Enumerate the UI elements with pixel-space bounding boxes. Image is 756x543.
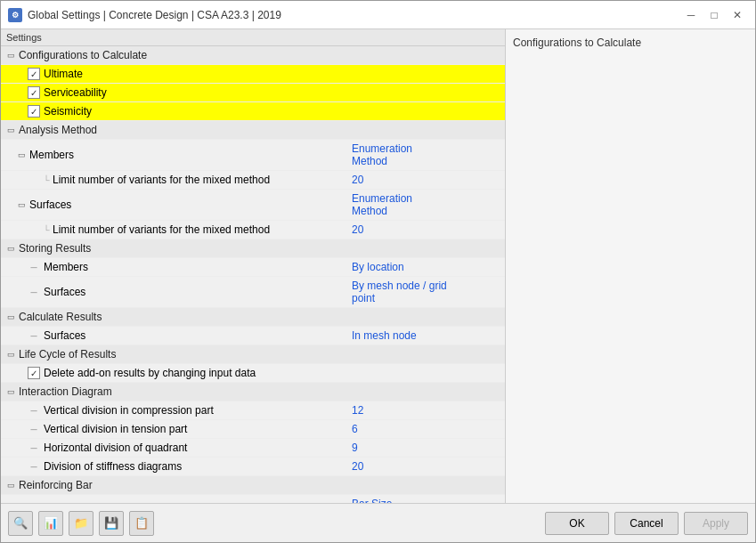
row-ultimate: Ultimate xyxy=(1,65,505,84)
calculate-results-label: Calculate Results xyxy=(19,311,102,323)
row-surfaces-limit: └ Limit number of variants for the mixed… xyxy=(1,221,505,239)
bar-size-value[interactable]: Bar Size Designation xyxy=(348,495,451,503)
horiz-quad-label: Horizontal division of quadrant xyxy=(44,442,187,454)
surfaces-limit-label: Limit number of variants for the mixed m… xyxy=(53,223,270,236)
right-panel: Configurations to Calculate xyxy=(506,29,755,503)
expand-calculate-icon[interactable]: ▭ xyxy=(4,311,17,323)
connector-members-limit: └ xyxy=(40,174,53,186)
maximize-button[interactable]: □ xyxy=(703,6,725,24)
row-members-limit: └ Limit number of variants for the mixed… xyxy=(1,171,505,190)
group-reinforcing-bar: ▭ Reinforcing Bar xyxy=(1,476,505,495)
dash-horiz-quad: ─ xyxy=(28,442,40,454)
search-bottom-btn[interactable]: 🔍 xyxy=(8,511,33,536)
group-calculate-results: ▭ Calculate Results xyxy=(1,308,505,327)
apply-button[interactable]: Apply xyxy=(684,512,748,535)
dash-cr-surfaces: ─ xyxy=(28,329,40,342)
delete-addon-label: Delete add-on results by changing input … xyxy=(44,367,256,379)
dash-vert-tens: ─ xyxy=(28,423,40,435)
life-cycle-label: Life Cycle of Results xyxy=(19,348,116,361)
app-icon: ⚙ xyxy=(8,8,22,22)
checkbox-delete-addon[interactable] xyxy=(28,367,40,379)
checkbox-serviceability[interactable] xyxy=(28,86,40,99)
expand-interaction-icon[interactable]: ▭ xyxy=(4,385,17,398)
label-ultimate: Ultimate xyxy=(44,68,83,80)
window-title: Global Settings | Concrete Design | CSA … xyxy=(28,9,281,21)
row-sr-surfaces: ─ Surfaces By mesh node / grid point xyxy=(1,277,505,308)
vert-tens-label: Vertical division in tension part xyxy=(44,423,187,435)
label-serviceability: Serviceability xyxy=(44,86,107,99)
save-bottom-btn[interactable]: 💾 xyxy=(99,511,124,536)
row-cr-surfaces: ─ Surfaces In mesh node xyxy=(1,327,505,345)
vert-tens-value[interactable]: 6 xyxy=(348,420,451,438)
configurations-label: Configurations to Calculate xyxy=(19,49,147,61)
sr-surfaces-value[interactable]: By mesh node / grid point xyxy=(348,277,451,307)
ok-button[interactable]: OK xyxy=(545,512,609,535)
copy-bottom-btn[interactable]: 📋 xyxy=(129,511,154,536)
row-stiffness: ─ Division of stiffness diagrams 20 xyxy=(1,458,505,476)
label-seismicity: Seismicity xyxy=(44,105,92,118)
title-bar-controls: ─ □ ✕ xyxy=(680,6,748,24)
group-storing-results: ▭ Storing Results xyxy=(1,239,505,258)
row-horiz-quad: ─ Horizontal division of quadrant 9 xyxy=(1,439,505,458)
checkbox-ultimate[interactable] xyxy=(28,68,40,80)
surfaces-enum-method: Enumeration Method xyxy=(348,190,451,220)
group-life-cycle: ▭ Life Cycle of Results xyxy=(1,345,505,364)
surfaces-group-label: Surfaces xyxy=(29,199,71,211)
connector-surfaces-limit: └ xyxy=(40,223,53,236)
dash-vert-comp: ─ xyxy=(28,404,40,417)
group-interaction-diagram: ▭ Interaction Diagram xyxy=(1,383,505,401)
title-bar: ⚙ Global Settings | Concrete Design | CS… xyxy=(1,1,755,29)
right-panel-title: Configurations to Calculate xyxy=(513,36,748,49)
minimize-button[interactable]: ─ xyxy=(680,6,702,24)
group-analysis-method: ▭ Analysis Method xyxy=(1,121,505,140)
dash-sr-members: ─ xyxy=(28,261,40,273)
folder-bottom-btn[interactable]: 📁 xyxy=(69,511,93,536)
expand-analysis-icon[interactable]: ▭ xyxy=(4,124,17,136)
cr-surfaces-value[interactable]: In mesh node xyxy=(348,327,451,344)
group-configurations: ▭ Configurations to Calculate xyxy=(1,46,505,65)
row-vert-comp: ─ Vertical division in compression part … xyxy=(1,401,505,420)
sr-surfaces-label: Surfaces xyxy=(44,286,85,298)
row-delete-addon: Delete add-on results by changing input … xyxy=(1,364,505,383)
row-seismicity: Seismicity xyxy=(1,102,505,121)
bottom-area: 🔍 📊 📁 💾 📋 OK Cancel Apply xyxy=(1,503,755,542)
expand-lifecycle-icon[interactable]: ▭ xyxy=(4,348,17,361)
members-limit-value[interactable]: 20 xyxy=(348,171,451,189)
surfaces-limit-value[interactable]: 20 xyxy=(348,221,451,239)
dash-sr-surfaces: ─ xyxy=(28,286,40,298)
sr-members-value[interactable]: By location xyxy=(348,258,451,276)
expand-reinforcing-icon[interactable]: ▭ xyxy=(4,479,17,491)
expand-members-icon[interactable]: ▭ xyxy=(15,149,28,161)
settings-scroll[interactable]: ▭ Configurations to Calculate Ultimate S xyxy=(1,46,505,503)
analysis-method-label: Analysis Method xyxy=(19,124,97,136)
members-enum-method: Enumeration Method xyxy=(348,140,451,170)
cr-surfaces-label: Surfaces xyxy=(44,329,85,342)
cancel-button[interactable]: Cancel xyxy=(614,512,679,535)
expand-storing-icon[interactable]: ▭ xyxy=(4,242,17,255)
row-sr-members: ─ Members By location xyxy=(1,258,505,277)
vert-comp-label: Vertical division in compression part xyxy=(44,404,214,417)
content-area: Settings ▭ Configurations to Calculate U… xyxy=(1,29,755,503)
row-serviceability: Serviceability xyxy=(1,84,505,102)
horiz-quad-value[interactable]: 9 xyxy=(348,439,451,457)
members-group-label: Members xyxy=(29,149,74,161)
row-vert-tens: ─ Vertical division in tension part 6 xyxy=(1,420,505,439)
checkbox-seismicity[interactable] xyxy=(28,105,40,118)
bottom-icons: 🔍 📊 📁 💾 📋 xyxy=(8,511,154,536)
members-limit-label: Limit number of variants for the mixed m… xyxy=(53,174,270,186)
left-panel: Settings ▭ Configurations to Calculate U… xyxy=(1,29,506,503)
stiffness-value[interactable]: 20 xyxy=(348,458,451,475)
vert-comp-value[interactable]: 12 xyxy=(348,401,451,419)
interaction-diagram-label: Interaction Diagram xyxy=(19,385,112,398)
row-surfaces-group: ▭ Surfaces Enumeration Method xyxy=(1,190,505,221)
table-bottom-btn[interactable]: 📊 xyxy=(38,511,63,536)
close-button[interactable]: ✕ xyxy=(727,6,748,24)
stiffness-label: Division of stiffness diagrams xyxy=(44,460,182,473)
main-window: ⚙ Global Settings | Concrete Design | CS… xyxy=(0,0,756,543)
row-members-group: ▭ Members Enumeration Method xyxy=(1,140,505,171)
expand-surfaces-icon[interactable]: ▭ xyxy=(15,199,28,211)
title-bar-left: ⚙ Global Settings | Concrete Design | CS… xyxy=(8,8,281,22)
expand-configurations-icon[interactable]: ▭ xyxy=(4,49,17,61)
sr-members-label: Members xyxy=(44,261,88,273)
row-bar-size: ─ Bar size definition Bar Size Designati… xyxy=(1,495,505,503)
